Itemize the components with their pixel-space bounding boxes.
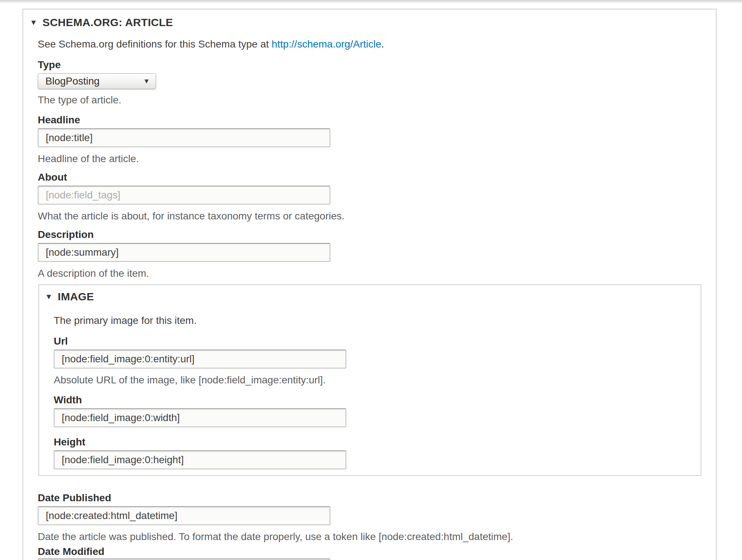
description-label: Description bbox=[38, 228, 701, 241]
headline-help: Headline of the article. bbox=[38, 152, 701, 166]
select-arrow-icon: ▼ bbox=[143, 77, 150, 85]
description-input[interactable] bbox=[38, 243, 330, 262]
date-modified-label: Date Modified bbox=[38, 545, 701, 558]
intro-text: See Schema.org definitions for this Sche… bbox=[38, 37, 701, 52]
schema-article-link[interactable]: http://schema.org/Article bbox=[272, 38, 381, 50]
headline-label: Headline bbox=[38, 114, 701, 126]
type-field: Type BlogPosting ▼ The type of article. bbox=[38, 59, 701, 107]
intro-before: See Schema.org definitions for this Sche… bbox=[38, 38, 272, 50]
image-height-label: Height bbox=[54, 436, 701, 448]
type-select-value: BlogPosting bbox=[45, 75, 99, 87]
about-label: About bbox=[38, 171, 701, 184]
schema-article-fieldset-header[interactable]: ▼ SCHEMA.ORG: ARTICLE bbox=[30, 16, 701, 29]
date-published-help: Date the article was published. To forma… bbox=[38, 530, 701, 544]
type-label: Type bbox=[38, 59, 701, 71]
image-height-field: Height bbox=[54, 436, 701, 469]
date-published-input[interactable] bbox=[38, 506, 330, 525]
type-select[interactable]: BlogPosting ▼ bbox=[38, 73, 156, 89]
collapse-caret-icon: ▼ bbox=[45, 290, 53, 303]
headline-input[interactable] bbox=[38, 128, 330, 147]
intro-after: . bbox=[381, 38, 384, 50]
fieldset-title: SCHEMA.ORG: ARTICLE bbox=[42, 16, 173, 29]
image-width-label: Width bbox=[54, 394, 701, 406]
image-help: The primary image for this item. bbox=[54, 313, 701, 328]
date-published-label: Date Published bbox=[38, 492, 701, 504]
schema-article-fieldset: ▼ SCHEMA.ORG: ARTICLE See Schema.org def… bbox=[23, 9, 717, 560]
description-field: Description A description of the item. bbox=[38, 228, 701, 281]
headline-field: Headline Headline of the article. bbox=[38, 114, 701, 166]
toolbar-shadow bbox=[0, 0, 742, 4]
image-url-help: Absolute URL of the image, like [node:fi… bbox=[54, 373, 701, 387]
description-help: A description of the item. bbox=[38, 266, 701, 281]
date-modified-input[interactable] bbox=[38, 559, 330, 560]
about-field: About What the article is about, for ins… bbox=[38, 171, 701, 223]
about-help: What the article is about, for instance … bbox=[38, 209, 701, 223]
image-height-input[interactable] bbox=[54, 450, 346, 469]
image-fieldset: ▼ IMAGE The primary image for this item.… bbox=[38, 284, 701, 476]
collapse-caret-icon: ▼ bbox=[30, 16, 37, 29]
image-width-field: Width bbox=[54, 394, 701, 427]
image-url-field: Url Absolute URL of the image, like [nod… bbox=[54, 335, 701, 387]
date-published-field: Date Published Date the article was publ… bbox=[38, 492, 701, 544]
image-url-label: Url bbox=[54, 335, 701, 347]
type-help: The type of article. bbox=[38, 93, 701, 107]
fieldset-title: IMAGE bbox=[58, 290, 94, 303]
about-input[interactable] bbox=[38, 186, 330, 205]
date-modified-field: Date Modified bbox=[38, 545, 701, 560]
image-fieldset-header[interactable]: ▼ IMAGE bbox=[45, 290, 701, 303]
image-url-input[interactable] bbox=[54, 350, 346, 368]
image-width-input[interactable] bbox=[54, 408, 346, 427]
